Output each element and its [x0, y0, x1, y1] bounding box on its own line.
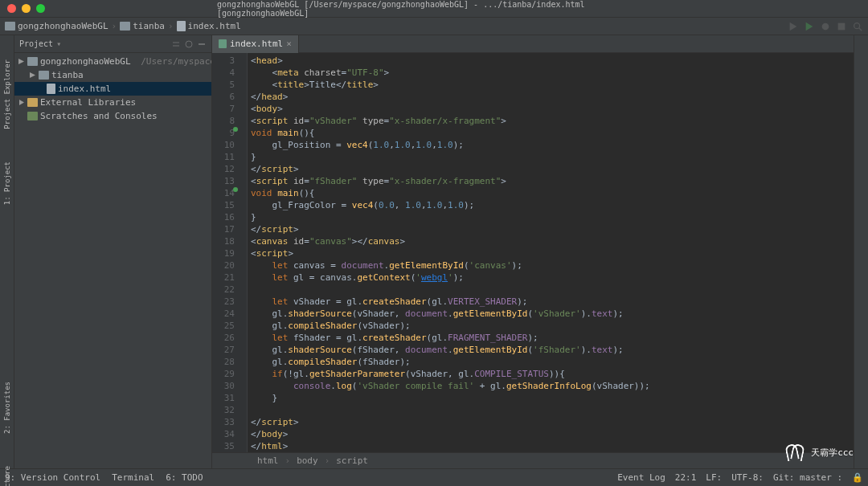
tab-project-explorer[interactable]: Project Explorer	[3, 59, 11, 129]
right-tool-strip	[854, 35, 868, 468]
line-number-gutter: 3456789101112131415161718192021222324252…	[212, 53, 240, 452]
close-window-button[interactable]	[7, 4, 16, 13]
svg-point-4	[186, 41, 192, 47]
status-encoding[interactable]: UTF-8:	[731, 472, 764, 483]
status-caret-pos: 22:1	[675, 472, 697, 483]
run-icon[interactable]	[804, 21, 815, 32]
collapse-icon[interactable]	[18, 99, 25, 106]
status-bar: 9: Version Control Terminal 6: TODO Even…	[0, 468, 868, 486]
debug-icon[interactable]	[820, 21, 831, 32]
navigation-bar: gongzhonghaoWebGL › tianba › index.html	[0, 18, 868, 35]
project-tool-window: Project ▾ gongzhonghaoWebGL /Users/myspa…	[14, 35, 212, 468]
nav-crumb-file[interactable]: index.html	[177, 21, 241, 31]
project-tree[interactable]: gongzhonghaoWebGL /Users/myspace/gongzho…	[14, 53, 211, 125]
code-lines[interactable]: <head> <meta charset="UTF-8"> <title>Tit…	[248, 53, 854, 452]
svg-point-2	[854, 22, 860, 28]
minimize-window-button[interactable]	[22, 4, 31, 13]
search-icon[interactable]	[852, 21, 863, 32]
tree-folder[interactable]: tianba	[14, 68, 211, 82]
tab-label: index.html	[230, 39, 283, 49]
svg-rect-5	[199, 43, 205, 45]
tree-scratches[interactable]: Scratches and Consoles	[14, 109, 211, 123]
window-titlebar: gongzhonghaoWebGL [/Users/myspace/gongzh…	[0, 0, 868, 18]
stop-icon[interactable]	[836, 21, 847, 32]
close-tab-icon[interactable]: ×	[286, 39, 292, 49]
expand-icon[interactable]	[29, 71, 36, 79]
editor-breadcrumb[interactable]: html› body› script	[212, 452, 854, 468]
tree-file-selected[interactable]: index.html	[14, 82, 211, 96]
hide-icon[interactable]	[197, 39, 207, 49]
chevron-right-icon: ›	[112, 21, 117, 31]
editor-pane: index.html × 345678910111213141516171819…	[212, 35, 854, 468]
nav-crumb-folder[interactable]: tianba	[120, 21, 165, 31]
status-vcs[interactable]: 9: Version Control	[5, 472, 100, 483]
tab-project[interactable]: 1: Project	[3, 161, 11, 205]
svg-point-0	[822, 22, 829, 30]
maximize-window-button[interactable]	[36, 4, 45, 13]
svg-line-3	[859, 27, 862, 31]
editor-tab-active[interactable]: index.html ×	[212, 35, 299, 53]
tab-favorites[interactable]: 2: Favorites	[3, 382, 11, 434]
project-tool-title: Project	[19, 39, 53, 48]
tab-structure[interactable]: 7: Structure	[3, 466, 11, 486]
editor-tabs: index.html ×	[212, 35, 854, 53]
nav-crumb-project[interactable]: gongzhonghaoWebGL	[5, 21, 108, 31]
status-todo[interactable]: 6: TODO	[166, 472, 203, 483]
tree-external-libs[interactable]: External Libraries	[14, 96, 211, 109]
collapse-all-icon[interactable]	[171, 39, 181, 49]
left-tool-strip: Project Explorer 1: Project 2: Favorites…	[0, 35, 14, 468]
status-terminal[interactable]: Terminal	[112, 472, 154, 483]
expand-icon[interactable]	[18, 58, 25, 65]
status-event-log[interactable]: Event Log	[617, 472, 665, 483]
status-line-sep[interactable]: LF:	[706, 472, 722, 483]
status-git-branch[interactable]: Git: master :	[773, 472, 842, 483]
project-tool-header: Project ▾	[14, 35, 211, 53]
window-title: gongzhonghaoWebGL [/Users/myspace/gongzh…	[217, 0, 651, 18]
gear-icon[interactable]	[184, 39, 194, 49]
svg-rect-1	[838, 22, 845, 30]
tree-root[interactable]: gongzhonghaoWebGL /Users/myspace/gongzho…	[14, 55, 211, 68]
build-icon[interactable]	[788, 21, 799, 32]
code-editor[interactable]: 3456789101112131415161718192021222324252…	[212, 53, 854, 452]
chevron-right-icon: ›	[168, 21, 174, 31]
lock-icon: 🔒	[852, 472, 863, 483]
gutter-marks	[240, 53, 248, 452]
